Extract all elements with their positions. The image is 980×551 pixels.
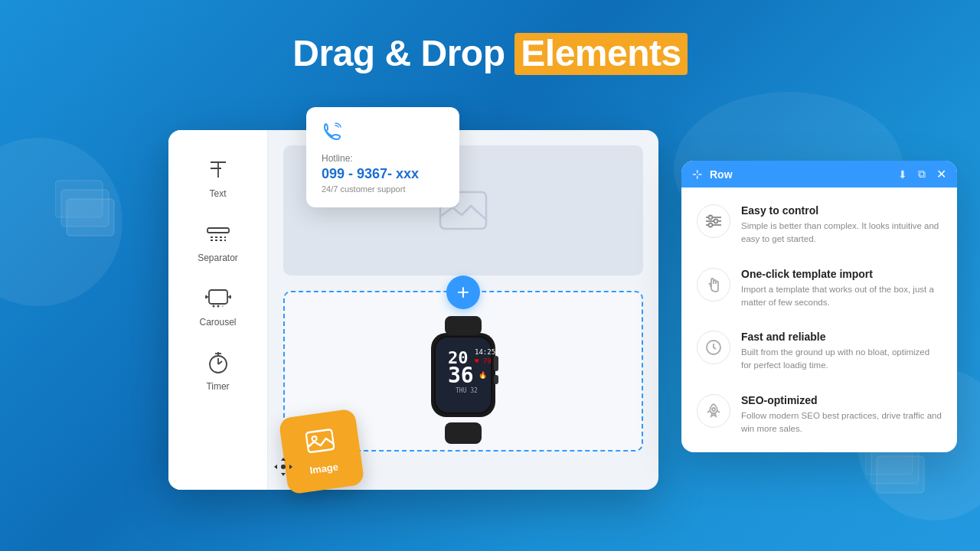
features-panel: ⊹ Row ⬇ ⧉ ✕ — [681, 161, 957, 452]
sidebar-item-separator[interactable]: Separator — [176, 210, 260, 271]
svg-rect-9 — [207, 228, 229, 233]
svg-point-13 — [212, 305, 214, 308]
feature-desc-fast: Built from the ground up with no bloat, … — [741, 346, 942, 373]
move-cursor-indicator — [272, 455, 295, 478]
main-content: Text Separator — [168, 107, 942, 536]
svg-rect-2 — [55, 181, 103, 217]
svg-text:THU 32: THU 32 — [456, 387, 478, 394]
feature-desc-template: Import a template that works out of the … — [741, 283, 942, 310]
feature-title-easy: Easy to control — [741, 204, 942, 217]
sidebar-item-timer-label: Timer — [206, 381, 229, 392]
header: Drag & Drop Elements — [0, 0, 980, 74]
feature-desc-easy: Simple is better than complex. It looks … — [741, 220, 942, 246]
feature-text-seo: SEO-optimized Follow modern SEO best pra… — [741, 394, 942, 436]
feature-text-easy: Easy to control Simple is better than co… — [741, 204, 942, 246]
svg-point-43 — [712, 408, 715, 411]
toolbar-close-button[interactable]: ✕ — [936, 167, 946, 181]
features-list: Easy to control Simple is better than co… — [681, 187, 957, 452]
sidebar-item-separator-label: Separator — [198, 253, 238, 263]
svg-point-15 — [221, 305, 224, 308]
move-icon[interactable]: ⊹ — [692, 167, 702, 181]
toolbar-download-icon[interactable]: ⬇ — [898, 168, 907, 181]
feature-item-easy: Easy to control Simple is better than co… — [681, 194, 957, 257]
feature-text-template: One-click template import Import a templ… — [741, 268, 942, 310]
hand-icon — [697, 268, 730, 302]
feature-item-template: One-click template import Import a templ… — [681, 257, 957, 321]
page-title: Drag & Drop Elements — [0, 32, 980, 74]
svg-text:🔥: 🔥 — [479, 370, 488, 380]
hotline-label: Hotline: — [322, 153, 444, 164]
separator-icon — [204, 220, 232, 248]
svg-rect-12 — [209, 290, 227, 304]
feature-text-fast: Fast and reliable Built from the ground … — [741, 331, 942, 373]
sidebar-item-text-label: Text — [209, 188, 226, 199]
svg-rect-32 — [445, 316, 482, 335]
feature-title-seo: SEO-optimized — [741, 394, 942, 406]
timer-icon — [204, 349, 232, 377]
svg-rect-34 — [494, 356, 498, 371]
features-toolbar: ⊹ Row ⬇ ⧉ ✕ — [681, 161, 957, 187]
image-drag-label: Image — [309, 461, 338, 476]
sidebar-item-timer[interactable]: Timer — [176, 338, 260, 399]
hotline-card: Hotline: 099 - 9367- xxx 24/7 customer s… — [306, 107, 459, 207]
carousel-icon — [204, 285, 232, 312]
svg-text:14:25: 14:25 — [475, 348, 495, 356]
feature-title-template: One-click template import — [741, 268, 942, 280]
title-part1: Drag & Drop — [292, 33, 514, 73]
title-highlight: Elements — [514, 33, 687, 75]
feature-title-fast: Fast and reliable — [741, 331, 942, 343]
add-element-button[interactable]: + — [446, 276, 480, 309]
sidebar-item-carousel[interactable]: Carousel — [176, 274, 260, 335]
svg-point-40 — [714, 220, 718, 223]
toolbar-row-label: Row — [710, 168, 890, 181]
text-icon — [204, 156, 232, 184]
sidebar-item-text[interactable]: Text — [176, 145, 260, 207]
hotline-support: 24/7 customer support — [322, 184, 444, 194]
svg-rect-33 — [445, 422, 482, 444]
clock-icon — [697, 331, 730, 364]
sliders-icon — [697, 204, 730, 238]
hotline-number: 099 - 9367- xxx — [322, 166, 444, 182]
svg-point-14 — [217, 305, 219, 308]
svg-text:♥ 79: ♥ 79 — [475, 357, 492, 365]
stack-decoration-left — [55, 176, 124, 240]
svg-text:36: 36 — [448, 363, 474, 388]
sidebar-item-carousel-label: Carousel — [199, 317, 236, 328]
rocket-icon — [697, 394, 730, 428]
svg-point-44 — [281, 465, 286, 469]
feature-item-fast: Fast and reliable Built from the ground … — [681, 320, 957, 383]
svg-rect-35 — [494, 375, 498, 384]
phone-icon — [322, 121, 444, 147]
image-drag-icon — [305, 427, 336, 461]
toolbar-actions: ⬇ ⧉ ✕ — [898, 167, 946, 181]
svg-point-41 — [709, 223, 713, 227]
svg-point-46 — [312, 436, 317, 442]
feature-item-seo: SEO-optimized Follow modern SEO best pra… — [681, 383, 957, 447]
sidebar: Text Separator — [168, 130, 268, 490]
watch-preview: 20 14:25 ♥ 79 36 🔥 THU 32 — [406, 308, 521, 450]
image-drag-element[interactable]: Image — [279, 409, 365, 495]
toolbar-copy-icon[interactable]: ⧉ — [918, 168, 926, 181]
feature-desc-seo: Follow modern SEO best practices, drive … — [741, 409, 942, 436]
svg-point-39 — [709, 216, 713, 220]
